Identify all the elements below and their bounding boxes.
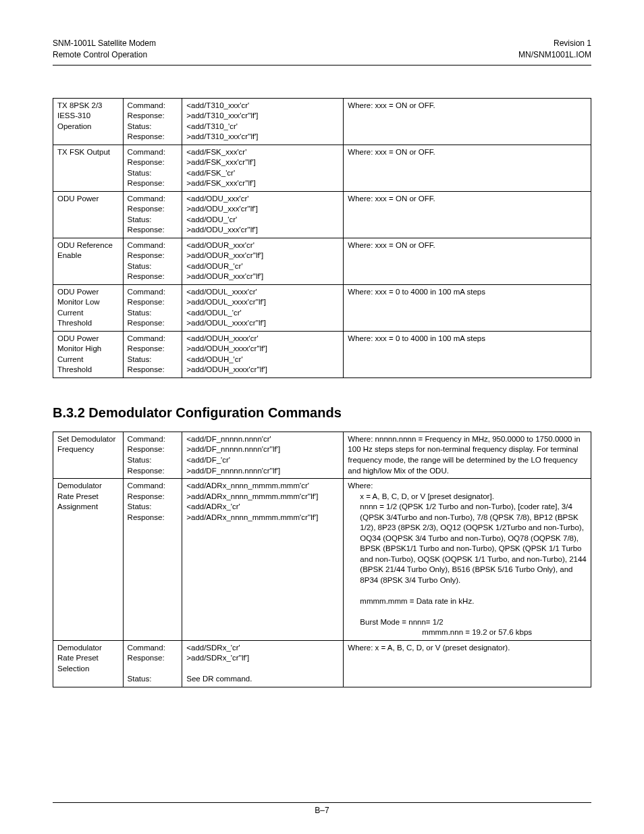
header-left: SNM-1001L Satellite Modem Remote Control… — [53, 38, 156, 61]
command-description: Where: x = A, B, C, D, or V (preset desi… — [344, 640, 591, 687]
demodulator-table: Set Demodulator FrequencyCommand: Respon… — [53, 432, 591, 687]
command-types: Command: Response: Status: Response: — [123, 145, 182, 191]
table-row: TX FSK OutputCommand: Response: Status: … — [53, 145, 591, 191]
header-product: SNM-1001L Satellite Modem — [53, 38, 156, 49]
command-description: Where: xxx = 0 to 4000 in 100 mA steps — [344, 331, 591, 377]
footer-rule — [53, 802, 591, 803]
command-syntax: <add/SDRx_'cr' >add/SDRx_'cr''lf'] See D… — [182, 640, 344, 687]
command-name: Demodulator Rate Preset Selection — [53, 640, 124, 687]
table-row: ODU Reference EnableCommand: Response: S… — [53, 238, 591, 284]
table-row: ODU Power Monitor Low Current Threshold … — [53, 284, 591, 331]
where-head: Where: — [348, 481, 373, 490]
header-right: Revision 1 MN/SNM1001L.IOM — [518, 38, 591, 61]
command-description: Where:x = A, B, C, D, or V [preset desig… — [344, 479, 591, 641]
table-row: TX 8PSK 2/3 IESS-310 OperationCommand: R… — [53, 98, 591, 145]
command-syntax: <add/FSK_xxx'cr' >add/FSK_xxx'cr''lf'] <… — [182, 145, 344, 191]
table-row: ODU PowerCommand: Response: Status: Resp… — [53, 191, 591, 238]
page-footer: B–7 — [53, 802, 591, 815]
where-tail: mmmm.nnn = 19.2 or 57.6 kbps — [348, 627, 587, 638]
command-description: Where: xxx = ON or OFF. — [344, 191, 591, 238]
command-name: TX FSK Output — [53, 145, 124, 191]
command-description: Where: nnnnn.nnnn = Frequency in MHz, 95… — [344, 432, 591, 478]
command-name: ODU Power Monitor High Current Threshold — [53, 331, 124, 377]
command-name: ODU Power — [53, 191, 124, 238]
command-description: Where: xxx = ON or OFF. — [344, 145, 591, 191]
command-name: ODU Reference Enable — [53, 238, 124, 284]
command-description: Where: xxx = 0 to 4000 in 100 mA steps — [344, 284, 591, 331]
command-types: Command: Response: Status: Response: — [123, 98, 182, 145]
command-types: Command: Response: Status: — [123, 640, 182, 687]
command-description: Where: xxx = ON or OFF. — [344, 238, 591, 284]
header-docid: MN/SNM1001L.IOM — [518, 49, 591, 61]
header-section: Remote Control Operation — [53, 49, 156, 61]
header-rule — [53, 65, 591, 66]
command-name: TX 8PSK 2/3 IESS-310 Operation — [53, 98, 124, 145]
table-row: Set Demodulator FrequencyCommand: Respon… — [53, 432, 591, 478]
command-types: Command: Response: Status: Response: — [123, 284, 182, 331]
command-types: Command: Response: Status: Response: — [123, 432, 182, 478]
command-syntax: <add/ODUR_xxx'cr' >add/ODUR_xxx'cr''lf']… — [182, 238, 344, 284]
command-syntax: <add/ODU_xxx'cr' >add/ODU_xxx'cr''lf'] <… — [182, 191, 344, 238]
command-name: Demodulator Rate Preset Assignment — [53, 479, 124, 641]
command-syntax: <add/ODUL_xxxx'cr' >add/ODUL_xxxx'cr''lf… — [182, 284, 344, 331]
header-revision: Revision 1 — [518, 38, 591, 49]
table-row: Demodulator Rate Preset SelectionCommand… — [53, 640, 591, 687]
command-types: Command: Response: Status: Response: — [123, 238, 182, 284]
section-heading-b32: B.3.2 Demodulator Configuration Commands — [53, 405, 591, 421]
table-row: Demodulator Rate Preset AssignmentComman… — [53, 479, 591, 641]
command-description: Where: xxx = ON or OFF. — [344, 98, 591, 145]
page-number: B–7 — [53, 806, 591, 815]
where-body: x = A, B, C, D, or V [preset designator]… — [348, 492, 587, 628]
command-syntax: <add/DF_nnnnn.nnnn'cr' >add/DF_nnnnn.nnn… — [182, 432, 344, 478]
command-syntax: <add/ADRx_nnnn_mmmm.mmm'cr' >add/ADRx_nn… — [182, 479, 344, 641]
modulator-odu-table: TX 8PSK 2/3 IESS-310 OperationCommand: R… — [53, 98, 591, 378]
table-row: ODU Power Monitor High Current Threshold… — [53, 331, 591, 377]
command-name: ODU Power Monitor Low Current Threshold — [53, 284, 124, 331]
command-syntax: <add/T310_xxx'cr' >add/T310_xxx'cr''lf']… — [182, 98, 344, 145]
document-page: SNM-1001L Satellite Modem Remote Control… — [0, 0, 644, 834]
page-header: SNM-1001L Satellite Modem Remote Control… — [53, 38, 591, 61]
command-types: Command: Response: Status: Response: — [123, 331, 182, 377]
command-syntax: <add/ODUH_xxxx'cr' >add/ODUH_xxxx'cr''lf… — [182, 331, 344, 377]
command-types: Command: Response: Status: Response: — [123, 191, 182, 238]
command-types: Command: Response: Status: Response: — [123, 479, 182, 641]
command-name: Set Demodulator Frequency — [53, 432, 124, 478]
